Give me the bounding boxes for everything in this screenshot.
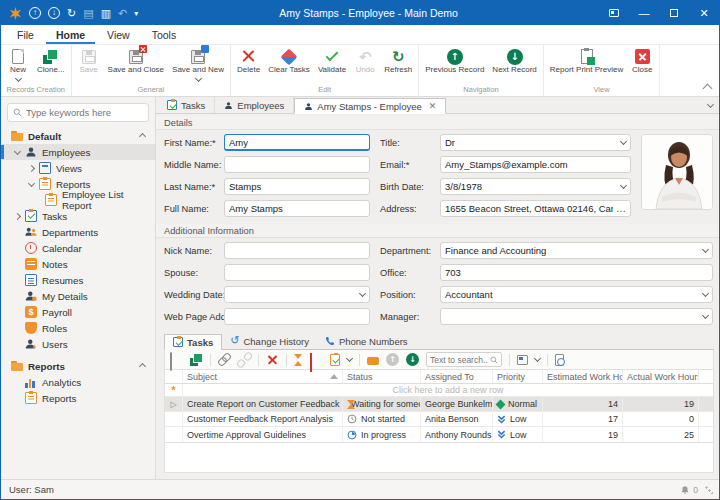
sidebar-item-employee-list-report[interactable]: Employee List Report bbox=[1, 192, 155, 208]
report-print-preview-button[interactable]: Report Print Preview bbox=[546, 46, 627, 75]
maximize-button[interactable] bbox=[659, 1, 689, 25]
close-window-button[interactable]: ✕ bbox=[689, 1, 719, 25]
chevron-down-icon[interactable] bbox=[346, 355, 353, 362]
office-field[interactable] bbox=[440, 264, 713, 281]
sidebar-item-roles[interactable]: Roles bbox=[1, 320, 155, 336]
col-actual[interactable]: Actual Work Hours bbox=[623, 370, 699, 383]
ribbon-tab-home[interactable]: Home bbox=[46, 27, 95, 44]
chevron-expanded-icon[interactable] bbox=[28, 179, 35, 186]
chevron-down-icon[interactable] bbox=[702, 312, 709, 319]
birth-date-field[interactable] bbox=[440, 178, 631, 195]
new-task-button[interactable] bbox=[170, 353, 183, 366]
employee-photo[interactable] bbox=[641, 134, 713, 210]
title-field[interactable] bbox=[440, 134, 631, 151]
chevron-down-icon[interactable] bbox=[534, 355, 541, 362]
department-input[interactable] bbox=[445, 245, 700, 256]
chevron-collapsed-icon[interactable] bbox=[14, 212, 21, 219]
next-row-button[interactable]: ↓ bbox=[406, 353, 419, 366]
doc-tab-amy-stamps[interactable]: Amy Stamps - Employee✕ bbox=[294, 98, 446, 114]
save-and-new-button[interactable]: Save and New bbox=[168, 46, 228, 81]
minimize-button[interactable]: — bbox=[629, 1, 659, 25]
validate-button[interactable]: Validate bbox=[314, 46, 350, 75]
new-button[interactable]: New bbox=[3, 46, 33, 81]
position-field[interactable] bbox=[440, 286, 713, 303]
ribbon-tab-file[interactable]: File bbox=[7, 27, 44, 44]
birth-date-input[interactable] bbox=[445, 181, 618, 192]
grid-search-box[interactable] bbox=[426, 352, 502, 367]
sidebar-item-reports2[interactable]: Reports bbox=[1, 390, 155, 406]
sidebar-item-resumes[interactable]: Resumes bbox=[1, 272, 155, 288]
col-status[interactable]: Status bbox=[343, 370, 421, 383]
next-record-button[interactable]: ↓Next Record bbox=[488, 46, 540, 75]
clone-button[interactable]: Clone... bbox=[33, 46, 69, 75]
save-button[interactable]: Save bbox=[74, 46, 104, 75]
doc-tab-employees[interactable]: Employees bbox=[215, 97, 294, 113]
first-name-input[interactable] bbox=[229, 137, 365, 148]
ribbon-options-button[interactable] bbox=[599, 1, 629, 25]
email-input[interactable] bbox=[445, 159, 626, 170]
nick-name-input[interactable] bbox=[229, 245, 365, 256]
qat-previous-record-icon[interactable]: ↑ bbox=[29, 7, 41, 19]
first-name-field[interactable] bbox=[224, 134, 370, 151]
address-input[interactable] bbox=[445, 203, 613, 214]
link-button[interactable] bbox=[218, 353, 231, 366]
full-name-field[interactable] bbox=[224, 200, 370, 217]
chevron-collapsed-icon[interactable] bbox=[28, 164, 35, 171]
sidebar-group-default[interactable]: Default bbox=[1, 128, 155, 144]
unlink-button[interactable] bbox=[238, 353, 251, 366]
address-field[interactable]: … bbox=[440, 200, 631, 217]
full-name-input[interactable] bbox=[229, 203, 365, 214]
chevron-expanded-icon[interactable] bbox=[14, 147, 21, 154]
web-page-input[interactable] bbox=[229, 311, 365, 322]
last-name-input[interactable] bbox=[229, 181, 365, 192]
chevron-down-icon[interactable] bbox=[359, 290, 366, 297]
chevron-down-icon[interactable] bbox=[702, 290, 709, 297]
delete-task-button[interactable] bbox=[266, 353, 279, 366]
qat-save-new-icon[interactable]: ▥ bbox=[101, 7, 111, 20]
chevron-down-icon[interactable] bbox=[620, 138, 627, 145]
qat-save-icon[interactable]: ▤ bbox=[83, 7, 93, 20]
close-tab-icon[interactable]: ✕ bbox=[429, 101, 437, 111]
sidebar-item-my-details[interactable]: My Details bbox=[1, 288, 155, 304]
subtab-change-history[interactable]: ↺Change History bbox=[222, 333, 317, 349]
close-view-button[interactable]: Close bbox=[627, 46, 657, 75]
undo-button[interactable]: ↶Undo bbox=[350, 46, 380, 75]
manager-input[interactable] bbox=[445, 311, 700, 322]
spouse-input[interactable] bbox=[229, 267, 365, 278]
sidebar-item-analytics[interactable]: Analytics bbox=[1, 374, 155, 390]
chevron-down-icon[interactable] bbox=[620, 182, 627, 189]
sidebar-item-notes[interactable]: Notes bbox=[1, 256, 155, 272]
sidebar-item-tasks[interactable]: Tasks bbox=[1, 208, 155, 224]
office-input[interactable] bbox=[445, 267, 708, 278]
sidebar-item-calendar[interactable]: Calendar bbox=[1, 240, 155, 256]
col-priority[interactable]: Priority bbox=[493, 370, 543, 383]
table-row[interactable]: Overtime Approval Guidelines In progress… bbox=[165, 427, 713, 442]
refresh-button[interactable]: ↻Refresh bbox=[380, 46, 416, 75]
subtab-phone-numbers[interactable]: Phone Numbers bbox=[317, 333, 416, 349]
subtab-tasks[interactable]: Tasks bbox=[164, 334, 222, 350]
sidebar-item-departments[interactable]: Departments bbox=[1, 224, 155, 240]
save-and-close-button[interactable]: Save and Close bbox=[104, 46, 168, 75]
tab-list-chevron-icon[interactable] bbox=[707, 101, 714, 108]
clone-task-button[interactable] bbox=[190, 353, 203, 366]
col-subject[interactable]: Subject bbox=[183, 370, 343, 383]
title-input[interactable] bbox=[445, 137, 618, 148]
grid-search-input[interactable] bbox=[430, 355, 488, 365]
previous-record-button[interactable]: ↑Previous Record bbox=[421, 46, 488, 75]
sidebar-group-reports[interactable]: Reports bbox=[1, 358, 155, 374]
previous-row-button[interactable]: ↑ bbox=[386, 353, 399, 366]
nick-name-field[interactable] bbox=[224, 242, 370, 259]
resize-grip[interactable] bbox=[705, 486, 713, 494]
col-assigned-to[interactable]: Assigned To bbox=[421, 370, 493, 383]
spouse-field[interactable] bbox=[224, 264, 370, 281]
col-estimated[interactable]: Estimated Work Hours bbox=[543, 370, 623, 383]
doc-tab-tasks[interactable]: Tasks bbox=[158, 97, 215, 113]
qat-undo-icon[interactable]: ↶ bbox=[118, 7, 127, 20]
email-field[interactable] bbox=[440, 156, 631, 173]
ribbon-tab-tools[interactable]: Tools bbox=[142, 27, 187, 44]
sidebar-search[interactable] bbox=[7, 103, 149, 122]
wedding-date-input[interactable] bbox=[229, 289, 357, 300]
ellipsis-icon[interactable]: … bbox=[616, 206, 626, 212]
table-row[interactable]: ▷ Create Report on Customer Feedback Wai… bbox=[165, 397, 713, 412]
sidebar-item-employees[interactable]: Employees bbox=[1, 144, 155, 160]
